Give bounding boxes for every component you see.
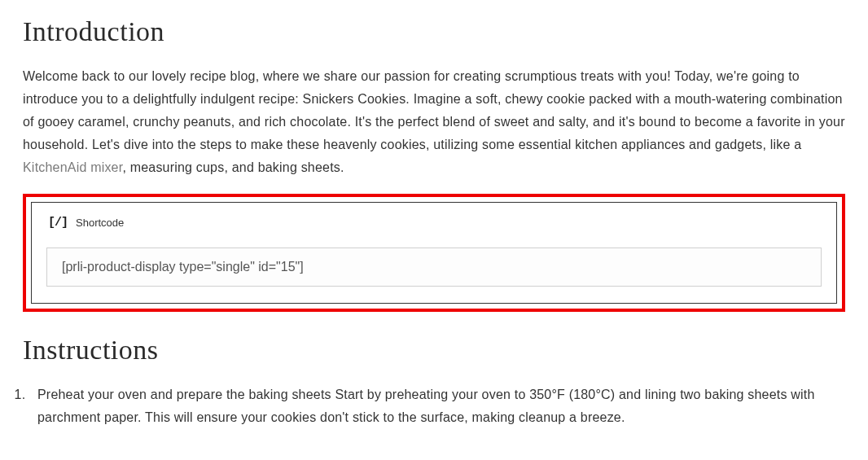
shortcode-highlight-box: [/] Shortcode [23,194,845,312]
shortcode-icon: [/] [48,216,68,230]
intro-text-before-link: Welcome back to our lovely recipe blog, … [23,69,845,151]
shortcode-label: Shortcode [76,217,124,229]
introduction-heading: Introduction [23,16,845,47]
intro-paragraph: Welcome back to our lovely recipe blog, … [23,65,845,179]
instructions-list: Preheat your oven and prepare the baking… [15,383,845,429]
shortcode-header: [/] Shortcode [48,216,822,230]
instruction-step-1: Preheat your oven and prepare the baking… [29,383,845,429]
kitchenaid-mixer-link[interactable]: KitchenAid mixer [23,160,122,174]
shortcode-block: [/] Shortcode [31,202,837,304]
shortcode-input[interactable] [46,248,822,287]
instructions-heading: Instructions [23,335,845,366]
intro-text-after-link: , measuring cups, and baking sheets. [122,160,344,174]
